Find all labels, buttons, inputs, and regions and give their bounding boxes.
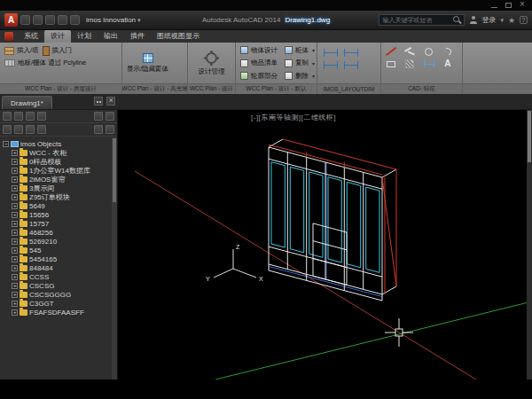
tree-item[interactable]: FSAFSDFAASFF bbox=[3, 308, 117, 317]
import-icon[interactable] bbox=[14, 112, 23, 121]
copy-button[interactable]: 复制 bbox=[283, 58, 317, 69]
polyline-tool-icon[interactable] bbox=[404, 46, 415, 57]
tab-output[interactable]: 输出 bbox=[98, 30, 124, 43]
tree-item[interactable]: 15656 bbox=[3, 210, 117, 219]
panel-title[interactable]: WCC Plan - 设计 - 房屋设计 bbox=[0, 83, 121, 94]
tree-item[interactable]: C3GGT bbox=[3, 299, 117, 308]
expand-icon[interactable] bbox=[12, 274, 18, 280]
tree-item[interactable]: 1办公室W14数据库 bbox=[3, 166, 117, 175]
expand-icon[interactable] bbox=[12, 256, 18, 262]
parts-list-button[interactable]: 物品清单 bbox=[239, 58, 279, 69]
close-icon[interactable] bbox=[519, 2, 527, 9]
tree-item[interactable]: 5454165 bbox=[3, 254, 117, 263]
maximize-icon[interactable] bbox=[505, 2, 512, 9]
drawing-canvas[interactable]: [-][东南等轴测][二维线框] bbox=[118, 110, 532, 379]
minimize-icon[interactable] bbox=[490, 2, 498, 9]
options-icon[interactable] bbox=[106, 112, 114, 121]
collapse-icon[interactable] bbox=[3, 141, 9, 147]
tab-layout-view[interactable]: 图纸视图显示 bbox=[151, 30, 206, 43]
panel-title[interactable]: CAD- 特征 bbox=[381, 83, 462, 94]
model-space[interactable]: Z X Y bbox=[118, 110, 532, 379]
scrollbar-thumb[interactable] bbox=[528, 111, 531, 162]
panel-title[interactable]: WCC Plan - 设计 - 高光墙 bbox=[122, 83, 187, 94]
delete-button[interactable]: 删除 bbox=[283, 70, 317, 82]
expand-icon[interactable] bbox=[12, 247, 18, 254]
list-view-icon[interactable] bbox=[26, 125, 35, 134]
axis-line-green[interactable] bbox=[215, 301, 532, 379]
folder-view-icon[interactable] bbox=[14, 125, 23, 134]
workspace-switcher[interactable]: imos Innovation bbox=[86, 16, 141, 24]
tree-item[interactable]: 5269210 bbox=[3, 237, 117, 246]
expand-icon[interactable] bbox=[12, 301, 18, 307]
search-input[interactable] bbox=[382, 17, 451, 23]
new-order-icon[interactable] bbox=[3, 112, 12, 121]
favorites-icon[interactable] bbox=[508, 16, 515, 25]
help-icon[interactable] bbox=[520, 16, 528, 24]
plot-icon[interactable] bbox=[45, 15, 55, 25]
tree-item[interactable]: 15757 bbox=[3, 219, 117, 228]
object-design-button[interactable]: 物体设计 bbox=[239, 44, 279, 56]
circle-tool-icon[interactable] bbox=[424, 46, 434, 57]
expand-icon[interactable] bbox=[12, 230, 18, 236]
tree-item[interactable]: 848484 bbox=[3, 263, 117, 272]
expand-icon[interactable] bbox=[12, 150, 18, 156]
open-icon[interactable] bbox=[20, 15, 30, 25]
undo-icon[interactable] bbox=[58, 15, 67, 25]
panel-title[interactable]: WCC Plan - 设计 bbox=[188, 83, 235, 94]
expand-icon[interactable] bbox=[12, 239, 18, 245]
rectangle-tool-icon[interactable] bbox=[386, 59, 396, 69]
expand-icon[interactable] bbox=[12, 292, 18, 298]
expand-icon[interactable] bbox=[12, 212, 18, 218]
floor-by-polyline-button[interactable]: 地板/棚体 通过 Pclyline bbox=[3, 57, 119, 68]
tree-item[interactable]: CCSS bbox=[3, 272, 117, 281]
dimension-tool-icon[interactable] bbox=[424, 59, 434, 69]
baseline-dimension-icon[interactable] bbox=[324, 61, 338, 69]
search-icon[interactable] bbox=[453, 16, 461, 24]
detail-view-icon[interactable] bbox=[37, 125, 46, 134]
expand-icon[interactable] bbox=[12, 283, 18, 289]
search-box[interactable] bbox=[379, 14, 465, 26]
signin-icon[interactable] bbox=[469, 16, 477, 24]
tree-item[interactable]: Z95订单模块 bbox=[3, 192, 117, 201]
cabinet-wireframe[interactable] bbox=[269, 139, 396, 301]
profile-section-button[interactable]: 轮廓部分 bbox=[239, 70, 279, 82]
line-tool-icon[interactable] bbox=[386, 46, 396, 57]
expand-icon[interactable] bbox=[12, 221, 18, 227]
pin-icon[interactable] bbox=[94, 112, 103, 121]
expand-icon[interactable] bbox=[12, 265, 18, 271]
catalog-view-icon[interactable] bbox=[3, 125, 12, 134]
arc-tool-icon[interactable] bbox=[442, 46, 453, 57]
palette-scrollbar[interactable] bbox=[112, 137, 117, 379]
panel-title[interactable]: IMOS_LAYOUTDIM bbox=[317, 83, 380, 94]
signin-label[interactable]: 登录 bbox=[481, 15, 496, 25]
canvas-scrollbar[interactable] bbox=[527, 110, 532, 379]
tree-item[interactable]: 545 bbox=[3, 246, 117, 254]
scrollbar-thumb[interactable] bbox=[113, 138, 116, 202]
design-manager-button[interactable]: 设计管理 bbox=[191, 44, 232, 82]
linear-dimension-icon[interactable] bbox=[324, 49, 338, 57]
tab-plugins[interactable]: 插件 bbox=[124, 30, 151, 43]
tree-root[interactable]: imos Objects bbox=[3, 139, 117, 148]
command-line-area[interactable] bbox=[0, 379, 532, 399]
expand-icon[interactable] bbox=[12, 203, 18, 209]
export-icon[interactable] bbox=[26, 112, 35, 121]
filter-icon[interactable] bbox=[94, 125, 103, 134]
tree-item[interactable]: 0样品模板 bbox=[3, 157, 117, 166]
expand-icon[interactable] bbox=[12, 168, 18, 174]
cabinet-button[interactable]: 柜体 bbox=[283, 44, 317, 56]
continue-dimension-icon[interactable] bbox=[344, 61, 358, 69]
tab-design[interactable]: 设计 bbox=[44, 30, 71, 43]
panel-title[interactable]: WCC Plan - 设计 - 默认 bbox=[236, 83, 317, 94]
tree-item[interactable]: 5649 bbox=[3, 201, 117, 210]
app-logo-icon[interactable]: A bbox=[4, 13, 18, 27]
redo-icon[interactable] bbox=[70, 15, 80, 25]
tree-item[interactable]: WCC - 衣柜 bbox=[3, 148, 117, 157]
tab-plan[interactable]: 计划 bbox=[71, 30, 98, 43]
insert-door-button[interactable]: 插入门 bbox=[41, 44, 74, 57]
tree-item[interactable]: CSCSG bbox=[3, 281, 117, 290]
workspace-icon[interactable] bbox=[4, 32, 13, 41]
text-tool-icon[interactable] bbox=[442, 59, 453, 69]
tree-item[interactable]: 468256 bbox=[3, 228, 117, 237]
expand-icon[interactable] bbox=[12, 194, 18, 200]
sort-icon[interactable] bbox=[106, 125, 114, 134]
